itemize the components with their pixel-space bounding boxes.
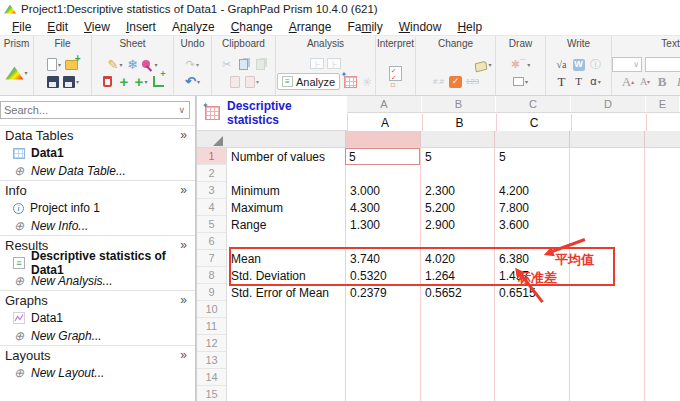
save-as-button[interactable]: ▾	[63, 74, 79, 89]
cell-a4[interactable]: 4.300	[345, 199, 420, 216]
cell-b9[interactable]: 0.5652	[420, 284, 494, 301]
cell-a2[interactable]	[345, 165, 420, 182]
cell-c5[interactable]: 3.600	[494, 216, 569, 233]
cell-d7[interactable]	[569, 250, 644, 267]
highlight-button[interactable]: ✎▾	[108, 57, 123, 72]
analysis-panel-left-button[interactable]: |--	[310, 56, 324, 71]
select-all-cell[interactable]	[197, 131, 227, 147]
cell-b13[interactable]	[420, 352, 494, 369]
row-label[interactable]	[227, 369, 345, 386]
cell-a5[interactable]: 1.300	[345, 216, 420, 233]
sidebar-item-data1[interactable]: Data1	[0, 144, 195, 162]
cell-c12[interactable]	[494, 335, 569, 352]
cell-c1[interactable]: 5	[494, 148, 569, 165]
cell-b10[interactable]	[420, 301, 494, 318]
chevron-right-icon[interactable]: »	[180, 348, 187, 362]
cell-e8[interactable]	[644, 267, 680, 284]
search-box[interactable]: ∨	[0, 101, 190, 119]
row-number[interactable]: 5	[197, 216, 227, 233]
open-file-button[interactable]	[64, 57, 78, 72]
cell-d1[interactable]	[569, 148, 644, 165]
decrease-font-button[interactable]: A▾	[638, 74, 652, 89]
row-number[interactable]: 2	[197, 165, 227, 182]
wizard-button[interactable]: ✳	[360, 74, 374, 89]
column-sublabel-b[interactable]: B	[422, 114, 496, 131]
prism-menu-button[interactable]: ▾	[5, 66, 27, 81]
format-bucket-button[interactable]: ▾	[475, 57, 491, 72]
analysis-panel-right-button[interactable]: |--	[327, 56, 341, 71]
row-number[interactable]: 8	[197, 267, 227, 284]
cell-e3[interactable]	[644, 182, 680, 199]
bold-button[interactable]: B	[655, 74, 669, 89]
cell-c4[interactable]: 7.800	[494, 199, 569, 216]
chevron-right-icon[interactable]: »	[180, 183, 187, 197]
row-number[interactable]: 9	[197, 284, 227, 301]
cell-d3[interactable]	[569, 182, 644, 199]
sidebar-section-data-tables[interactable]: Data Tables»	[0, 125, 195, 144]
sidebar-section-graphs[interactable]: Graphs»	[0, 290, 195, 309]
cell-c2[interactable]	[494, 165, 569, 182]
sidebar-item-new-info[interactable]: ⊕New Info...	[0, 217, 195, 235]
column-header-a[interactable]: A	[347, 96, 422, 112]
cell-e6[interactable]	[644, 233, 680, 250]
cell-d9[interactable]	[569, 284, 644, 301]
cell-b1[interactable]: 5	[420, 148, 494, 165]
cell-d12[interactable]	[569, 335, 644, 352]
cell-d15[interactable]	[569, 386, 644, 401]
cell-a6[interactable]	[345, 233, 420, 250]
cell-e1[interactable]	[644, 148, 680, 165]
row-label[interactable]: Maximum	[227, 199, 345, 216]
cell-b7[interactable]: 4.020	[420, 250, 494, 267]
sidebar-item-new-data-table[interactable]: ⊕New Data Table...	[0, 162, 195, 180]
font-size-select[interactable]: ∨	[612, 57, 642, 72]
cell-c10[interactable]	[494, 301, 569, 318]
menu-insert[interactable]: Insert	[118, 20, 164, 34]
change-table-format-button[interactable]: ✓	[449, 74, 463, 89]
cell-c3[interactable]: 4.200	[494, 182, 569, 199]
cell-c13[interactable]	[494, 352, 569, 369]
sidebar-item-data1[interactable]: Data1	[0, 309, 195, 327]
cut-button[interactable]: ✂	[220, 57, 234, 72]
undo-button[interactable]: ↶▾	[185, 74, 200, 89]
cell-e9[interactable]	[644, 284, 680, 301]
freeze-button[interactable]: ❄	[125, 57, 139, 72]
row-label[interactable]: Std. Error of Mean	[227, 284, 345, 301]
cell-e4[interactable]	[644, 199, 680, 216]
cell-a13[interactable]	[345, 352, 420, 369]
row-number[interactable]: 12	[197, 335, 227, 352]
row-number[interactable]: 3	[197, 182, 227, 199]
duplicate-button[interactable]	[254, 57, 268, 72]
cell-a7[interactable]: 3.740	[345, 250, 420, 267]
cell-c15[interactable]	[494, 386, 569, 401]
cell-e11[interactable]	[644, 318, 680, 335]
menu-window[interactable]: Window	[391, 20, 450, 34]
paste-special-button[interactable]: ▾	[245, 74, 259, 89]
cell-e13[interactable]	[644, 352, 680, 369]
paste-button[interactable]	[228, 74, 242, 89]
greek-button[interactable]: α▾	[589, 74, 603, 89]
cell-e10[interactable]	[644, 301, 680, 318]
chevron-right-icon[interactable]: »	[180, 293, 187, 307]
column-header-b[interactable]: B	[422, 96, 496, 112]
save-button[interactable]	[46, 74, 60, 89]
cell-d13[interactable]	[569, 352, 644, 369]
cell-d5[interactable]	[569, 216, 644, 233]
cell-a1[interactable]: 5	[345, 148, 420, 165]
cell-e5[interactable]	[644, 216, 680, 233]
title-row-label-cell[interactable]	[227, 131, 345, 147]
cell-a11[interactable]	[345, 318, 420, 335]
title-row-cell-c[interactable]	[494, 131, 569, 147]
chevron-right-icon[interactable]: »	[180, 128, 187, 142]
menu-family[interactable]: Family	[339, 20, 390, 34]
cell-b5[interactable]: 2.900	[420, 216, 494, 233]
cell-d14[interactable]	[569, 369, 644, 386]
results-table-button[interactable]	[343, 74, 357, 89]
title-row-cell-a[interactable]	[345, 131, 420, 147]
sidebar-item-descriptive-statistics-of-data1[interactable]: ≡Descriptive statistics of Data1	[0, 254, 195, 272]
row-label[interactable]	[227, 301, 345, 318]
cell-a3[interactable]: 3.000	[345, 182, 420, 199]
search-input[interactable]	[1, 104, 178, 116]
cell-d8[interactable]	[569, 267, 644, 284]
new-sheet-plus-button[interactable]: +	[117, 74, 131, 89]
row-number[interactable]: 14	[197, 369, 227, 386]
